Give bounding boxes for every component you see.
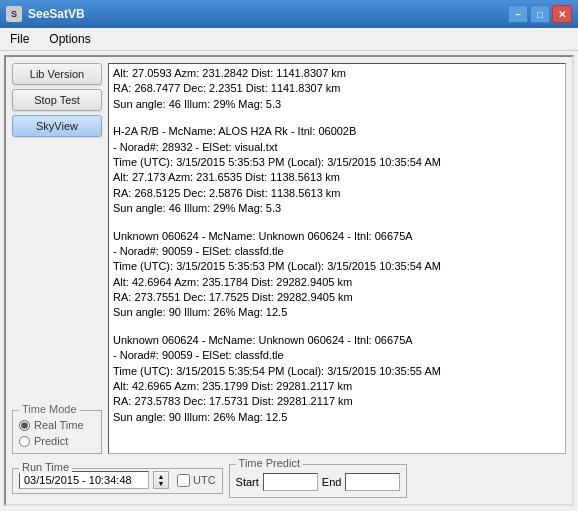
time-predict-group: Time Predict Start End	[229, 464, 408, 498]
satellite-line: - Norad#: 90059 - ElSet: classfd.tle	[113, 348, 561, 363]
satellite-line: Alt: 27.173 Azm: 231.6535 Dist: 1138.561…	[113, 170, 561, 185]
satellite-line: RA: 268.7477 Dec: 2.2351 Dist: 1141.8307…	[113, 81, 561, 96]
title-bar: S SeeSatVB – □ ✕	[0, 0, 578, 28]
maximize-button[interactable]: □	[530, 5, 550, 23]
satellite-line: Alt: 42.6964 Azm: 235.1784 Dist: 29282.9…	[113, 275, 561, 290]
satellite-list[interactable]: Alt: 27.0593 Azm: 231.2842 Dist: 1141.83…	[108, 63, 566, 454]
main-window: Lib Version Stop Test SkyView Time Mode …	[4, 55, 574, 506]
predict-radio[interactable]	[19, 436, 30, 447]
satellite-line: Time (UTC): 3/15/2015 5:35:53 PM (Local)…	[113, 259, 561, 274]
menu-bar: File Options	[0, 28, 578, 51]
window-title: SeeSatVB	[28, 7, 85, 21]
satellite-line: Sun angle: 46 Illum: 29% Mag: 5.3	[113, 201, 561, 216]
real-time-label: Real Time	[34, 419, 84, 431]
start-label: Start	[236, 476, 259, 488]
satellite-line: RA: 273.7551 Dec: 17.7525 Dist: 29282.94…	[113, 290, 561, 305]
menu-options[interactable]: Options	[43, 30, 96, 48]
time-predict-legend: Time Predict	[236, 457, 303, 469]
datetime-spin[interactable]: ▲ ▼	[153, 471, 169, 489]
satellite-line: Sun angle: 46 Illum: 29% Mag: 5.3	[113, 97, 561, 112]
run-time-group: Run Time ▲ ▼ UTC	[12, 468, 223, 494]
time-mode-group: Time Mode Real Time Predict	[12, 410, 102, 454]
right-panel: Alt: 27.0593 Azm: 231.2842 Dist: 1141.83…	[108, 63, 566, 454]
time-mode-legend: Time Mode	[19, 403, 80, 415]
satellite-line: Time (UTC): 3/15/2015 5:35:54 PM (Local)…	[113, 364, 561, 379]
end-label: End	[322, 476, 342, 488]
sky-view-button[interactable]: SkyView	[12, 115, 102, 137]
left-panel: Lib Version Stop Test SkyView Time Mode …	[12, 63, 102, 454]
satellite-line: Alt: 42.6965 Azm: 235.1799 Dist: 29281.2…	[113, 379, 561, 394]
satellite-line: Unknown 060624 - McName: Unknown 060624 …	[113, 229, 561, 244]
satellite-line: RA: 268.5125 Dec: 2.5876 Dist: 1138.5613…	[113, 186, 561, 201]
close-button[interactable]: ✕	[552, 5, 572, 23]
satellite-entry-0: Alt: 27.0593 Azm: 231.2842 Dist: 1141.83…	[113, 66, 561, 116]
satellite-entry-2: Unknown 060624 - McName: Unknown 060624 …	[113, 229, 561, 325]
satellite-line: - Norad#: 28932 - ElSet: visual.txt	[113, 140, 561, 155]
satellite-line: Sun angle: 90 Illum: 26% Mag: 12.5	[113, 305, 561, 320]
real-time-radio[interactable]	[19, 420, 30, 431]
utc-checkbox-group[interactable]: UTC	[177, 474, 216, 487]
satellite-line: - Norad#: 90059 - ElSet: classfd.tle	[113, 244, 561, 259]
satellite-line: Unknown 060624 - McName: Unknown 060624 …	[113, 333, 561, 348]
satellite-line: Time (UTC): 3/15/2015 5:35:53 PM (Local)…	[113, 155, 561, 170]
menu-file[interactable]: File	[4, 30, 35, 48]
utc-checkbox[interactable]	[177, 474, 190, 487]
satellite-line: RA: 273.5783 Dec: 17.5731 Dist: 29281.21…	[113, 394, 561, 409]
run-time-legend: Run Time	[19, 461, 72, 473]
satellite-line: Alt: 27.0593 Azm: 231.2842 Dist: 1141.83…	[113, 66, 561, 81]
predict-label: Predict	[34, 435, 68, 447]
bottom-bar: Run Time ▲ ▼ UTC Time Predict Start End	[12, 460, 566, 498]
satellite-entry-1: H-2A R/B - McName: ALOS H2A Rk - Itnl: 0…	[113, 124, 561, 220]
stop-test-button[interactable]: Stop Test	[12, 89, 102, 111]
satellite-line: H-2A R/B - McName: ALOS H2A Rk - Itnl: 0…	[113, 124, 561, 139]
lib-version-button[interactable]: Lib Version	[12, 63, 102, 85]
utc-label: UTC	[193, 474, 216, 486]
app-icon: S	[6, 6, 22, 22]
minimize-button[interactable]: –	[508, 5, 528, 23]
end-input[interactable]	[345, 473, 400, 491]
satellite-line: Sun angle: 90 Illum: 26% Mag: 12.5	[113, 410, 561, 425]
start-input[interactable]	[263, 473, 318, 491]
satellite-entry-3: Unknown 060624 - McName: Unknown 060624 …	[113, 333, 561, 429]
real-time-option[interactable]: Real Time	[19, 419, 95, 431]
run-time-input[interactable]	[19, 471, 149, 489]
predict-option[interactable]: Predict	[19, 435, 95, 447]
